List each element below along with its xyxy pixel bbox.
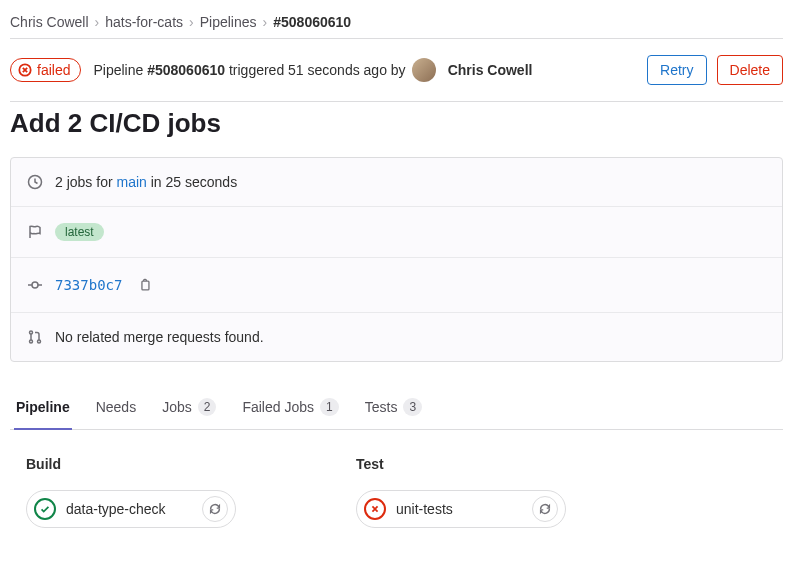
svg-point-6	[38, 340, 41, 343]
retry-job-button[interactable]	[532, 496, 558, 522]
failed-count-badge: 1	[320, 398, 339, 416]
status-label: failed	[37, 62, 70, 78]
flag-icon	[27, 224, 43, 240]
commit-row: 7337b0c7	[11, 257, 782, 312]
tests-count-badge: 3	[403, 398, 422, 416]
latest-tag: latest	[55, 223, 104, 241]
x-circle-icon	[364, 498, 386, 520]
refresh-icon	[208, 502, 222, 516]
check-circle-icon	[34, 498, 56, 520]
jobs-count-badge: 2	[198, 398, 217, 416]
retry-job-button[interactable]	[202, 496, 228, 522]
triggered-text: triggered 51 seconds ago by	[225, 62, 406, 78]
job-data-type-check[interactable]: data-type-check	[26, 490, 236, 528]
commit-icon	[27, 277, 43, 293]
stage-name: Build	[26, 456, 236, 472]
tag-row: latest	[11, 206, 782, 257]
avatar[interactable]	[412, 58, 436, 82]
chevron-right-icon: ›	[263, 14, 268, 30]
svg-point-5	[30, 340, 33, 343]
refresh-icon	[538, 502, 552, 516]
svg-rect-3	[142, 281, 149, 290]
header-actions: Retry Delete	[647, 55, 783, 85]
breadcrumb-section[interactable]: Pipelines	[200, 14, 257, 30]
job-unit-tests[interactable]: unit-tests	[356, 490, 566, 528]
retry-button[interactable]: Retry	[647, 55, 706, 85]
commit-sha-link[interactable]: 7337b0c7	[55, 277, 122, 293]
stage-build: Build data-type-check	[26, 456, 236, 528]
author-link[interactable]: Chris Cowell	[448, 62, 533, 78]
pipeline-details-panel: 2 jobs for main in 25 seconds latest 733…	[10, 157, 783, 362]
breadcrumb-project[interactable]: hats-for-cats	[105, 14, 183, 30]
branch-link[interactable]: main	[116, 174, 146, 190]
svg-point-4	[30, 331, 33, 334]
chevron-right-icon: ›	[189, 14, 194, 30]
stage-test: Test unit-tests	[356, 456, 566, 528]
breadcrumb: Chris Cowell › hats-for-cats › Pipelines…	[10, 10, 783, 38]
duration-row: 2 jobs for main in 25 seconds	[11, 158, 782, 206]
tab-pipeline[interactable]: Pipeline	[14, 388, 72, 430]
tab-jobs[interactable]: Jobs 2	[160, 388, 218, 430]
duration-text: 2 jobs for main in 25 seconds	[55, 174, 237, 190]
x-circle-icon	[18, 63, 32, 77]
merge-request-row: No related merge requests found.	[11, 312, 782, 361]
copy-sha-button[interactable]	[134, 274, 156, 296]
page-title: Add 2 CI/CD jobs	[10, 108, 783, 139]
pipeline-id: #508060610	[147, 62, 225, 78]
tabs: Pipeline Needs Jobs 2 Failed Jobs 1 Test…	[10, 388, 783, 430]
merge-request-icon	[27, 329, 43, 345]
tab-needs[interactable]: Needs	[94, 388, 138, 430]
pipeline-stages: Build data-type-check Test unit-tests	[10, 430, 783, 528]
status-badge[interactable]: failed	[10, 58, 81, 82]
merge-request-text: No related merge requests found.	[55, 329, 264, 345]
breadcrumb-current: #508060610	[273, 14, 351, 30]
tab-failed-jobs[interactable]: Failed Jobs 1	[240, 388, 340, 430]
divider	[10, 101, 783, 102]
pipeline-meta: Pipeline #508060610 triggered 51 seconds…	[93, 58, 532, 82]
chevron-right-icon: ›	[95, 14, 100, 30]
breadcrumb-owner[interactable]: Chris Cowell	[10, 14, 89, 30]
pipeline-prefix: Pipeline	[93, 62, 147, 78]
pipeline-header: failed Pipeline #508060610 triggered 51 …	[10, 39, 783, 101]
clock-icon	[27, 174, 43, 190]
job-name: data-type-check	[66, 501, 192, 517]
stage-name: Test	[356, 456, 566, 472]
svg-point-2	[32, 282, 38, 288]
job-name: unit-tests	[396, 501, 522, 517]
clipboard-icon	[138, 278, 152, 292]
delete-button[interactable]: Delete	[717, 55, 783, 85]
tab-tests[interactable]: Tests 3	[363, 388, 424, 430]
